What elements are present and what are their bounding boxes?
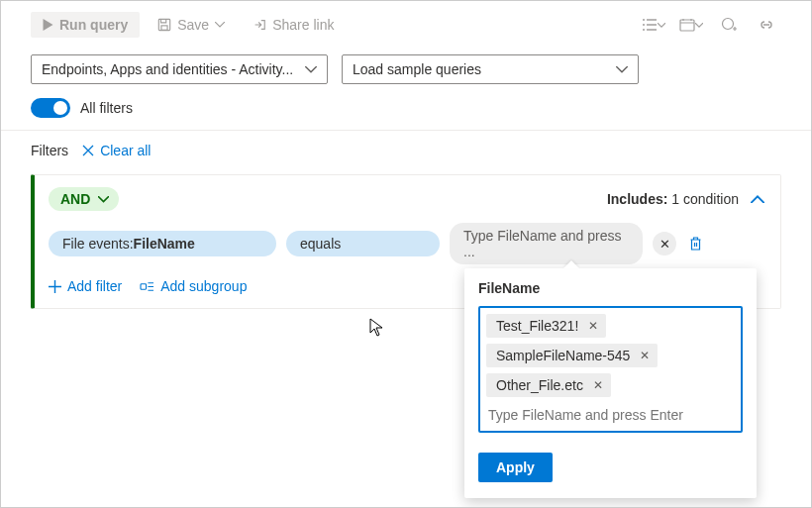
includes-count: 1 condition bbox=[671, 191, 739, 207]
list-view-button[interactable] bbox=[639, 11, 668, 39]
divider bbox=[1, 130, 811, 131]
all-filters-toggle[interactable] bbox=[31, 98, 70, 118]
filename-value-popover: FileName Test_File321! ✕ SampleFileName-… bbox=[464, 268, 757, 498]
add-filter-label: Add filter bbox=[67, 278, 122, 294]
remove-tag-button[interactable]: ✕ bbox=[586, 319, 600, 333]
close-icon: ✕ bbox=[593, 378, 603, 392]
list-icon bbox=[642, 18, 658, 32]
filename-tag[interactable]: Test_File321! ✕ bbox=[486, 314, 606, 338]
filter-operator-label: equals bbox=[300, 236, 341, 252]
filename-text-input[interactable] bbox=[486, 403, 735, 429]
filename-tag-label: Test_File321! bbox=[496, 318, 578, 334]
scope-label: Endpoints, Apps and identities - Activit… bbox=[42, 61, 293, 77]
add-filter-button[interactable]: Add filter bbox=[49, 278, 122, 294]
all-filters-label: All filters bbox=[80, 100, 133, 116]
add-subgroup-label: Add subgroup bbox=[160, 278, 247, 294]
filename-tag-input[interactable]: Test_File321! ✕ SampleFileName-545 ✕ Oth… bbox=[478, 306, 743, 433]
save-button[interactable]: Save bbox=[148, 12, 235, 38]
chevron-down-icon bbox=[695, 23, 703, 28]
svg-rect-1 bbox=[161, 26, 167, 30]
share-icon bbox=[253, 18, 266, 32]
chevron-down-icon bbox=[658, 23, 665, 28]
calendar-button[interactable] bbox=[676, 11, 706, 39]
filter-operator-chip[interactable]: equals bbox=[286, 231, 440, 256]
trash-icon bbox=[688, 236, 703, 252]
link-icon bbox=[759, 19, 774, 31]
svg-rect-4 bbox=[141, 283, 147, 289]
logic-operator-pill[interactable]: AND bbox=[49, 187, 119, 211]
cursor-icon bbox=[369, 318, 385, 338]
play-icon bbox=[43, 19, 53, 31]
logic-operator-label: AND bbox=[60, 191, 90, 207]
remove-tag-button[interactable]: ✕ bbox=[638, 349, 652, 362]
filter-value-placeholder: Type FileName and press ... bbox=[463, 228, 629, 259]
close-icon: ✕ bbox=[660, 237, 670, 252]
filename-tag[interactable]: SampleFileName-545 ✕ bbox=[486, 344, 658, 367]
run-query-button[interactable]: Run query bbox=[31, 12, 140, 38]
calendar-icon bbox=[679, 18, 695, 32]
includes-summary: Includes: 1 condition bbox=[607, 191, 739, 207]
clear-filter-value-button[interactable]: ✕ bbox=[653, 232, 676, 255]
save-icon bbox=[157, 18, 171, 32]
detection-rule-button[interactable] bbox=[714, 11, 744, 39]
chevron-down-icon bbox=[215, 22, 225, 28]
scope-dropdown[interactable]: Endpoints, Apps and identities - Activit… bbox=[31, 54, 328, 84]
filename-tag-label: SampleFileName-545 bbox=[496, 348, 630, 363]
filter-field-prefix: File events: bbox=[62, 236, 134, 252]
sample-queries-dropdown[interactable]: Load sample queries bbox=[342, 54, 639, 84]
clear-all-button[interactable]: Clear all bbox=[82, 143, 151, 158]
popover-title: FileName bbox=[478, 280, 743, 296]
svg-rect-2 bbox=[680, 20, 694, 31]
apply-button[interactable]: Apply bbox=[478, 453, 553, 482]
filter-field-name: FileName bbox=[134, 236, 195, 252]
chevron-up-icon bbox=[751, 195, 764, 203]
remove-tag-button[interactable]: ✕ bbox=[591, 378, 605, 392]
clear-all-label: Clear all bbox=[100, 143, 151, 158]
includes-label: Includes: bbox=[607, 191, 667, 207]
filter-field-chip[interactable]: File events: FileName bbox=[49, 231, 276, 256]
share-link-button[interactable]: Share link bbox=[243, 12, 344, 38]
share-link-label: Share link bbox=[272, 17, 334, 33]
close-icon: ✕ bbox=[640, 349, 650, 362]
chevron-down-icon bbox=[616, 66, 628, 73]
svg-point-3 bbox=[723, 19, 734, 30]
save-label: Save bbox=[177, 17, 209, 33]
filters-label: Filters bbox=[31, 143, 68, 158]
filename-tag[interactable]: Other_File.etc ✕ bbox=[486, 373, 611, 397]
filter-value-chip[interactable]: Type FileName and press ... bbox=[450, 223, 643, 264]
filename-tag-label: Other_File.etc bbox=[496, 377, 583, 393]
close-icon bbox=[82, 145, 94, 156]
target-plus-icon bbox=[721, 17, 737, 33]
plus-icon bbox=[49, 280, 61, 293]
run-query-label: Run query bbox=[59, 17, 128, 33]
collapse-group-button[interactable] bbox=[751, 195, 764, 203]
apply-label: Apply bbox=[496, 459, 535, 475]
export-button[interactable] bbox=[752, 11, 781, 39]
chevron-down-icon bbox=[305, 66, 317, 73]
chevron-down-icon bbox=[98, 196, 109, 203]
close-icon: ✕ bbox=[588, 319, 598, 333]
add-subgroup-button[interactable]: Add subgroup bbox=[140, 278, 247, 294]
sample-queries-label: Load sample queries bbox=[353, 61, 481, 77]
subgroup-icon bbox=[140, 280, 154, 293]
delete-filter-button[interactable] bbox=[686, 234, 705, 254]
